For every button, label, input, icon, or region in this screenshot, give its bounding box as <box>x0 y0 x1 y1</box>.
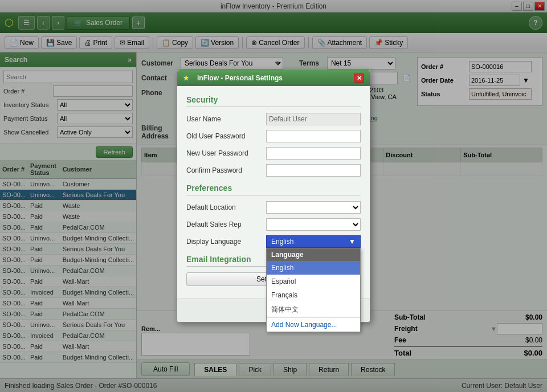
add-new-language-button[interactable]: Add New Language... <box>267 317 360 332</box>
language-dropdown-chevron-icon: ▼ <box>349 238 356 246</box>
language-dropdown-header: Language <box>267 248 360 261</box>
display-language-field: Display Language English ▼ Language Engl… <box>186 235 361 248</box>
confirm-password-label: Confirm Password <box>186 166 266 174</box>
dialog-title: inFlow - Personal Settings <box>197 74 283 82</box>
dialog-logo-icon: ★ <box>183 74 189 82</box>
preferences-section-title: Preferences <box>186 183 361 195</box>
new-password-field: New User Password <box>186 147 361 160</box>
dialog-titlebar: ★ inFlow - Personal Settings ✕ <box>177 70 370 86</box>
confirm-password-input[interactable] <box>266 164 361 177</box>
language-option-chinese[interactable]: 简体中文 <box>267 302 360 317</box>
language-selected-value: English <box>271 238 293 246</box>
default-sales-rep-field: Default Sales Rep <box>186 218 361 231</box>
personal-settings-dialog: ★ inFlow - Personal Settings ✕ Security … <box>177 70 370 322</box>
modal-overlay: ★ inFlow - Personal Settings ✕ Security … <box>0 0 547 392</box>
display-language-label: Display Language <box>186 238 266 246</box>
security-section-title: Security <box>186 95 361 107</box>
language-option-english[interactable]: English <box>267 261 360 275</box>
username-input[interactable] <box>266 113 361 125</box>
old-password-label: Old User Password <box>186 132 266 140</box>
default-sales-rep-label: Default Sales Rep <box>186 220 266 228</box>
default-location-label: Default Location <box>186 203 266 211</box>
language-select-container: English ▼ Language English Español Franç… <box>266 235 361 248</box>
old-password-input[interactable] <box>266 130 361 142</box>
username-label: User Name <box>186 115 266 123</box>
username-field: User Name <box>186 113 361 125</box>
new-password-input[interactable] <box>266 147 361 160</box>
language-dropdown: Language English Español Français 简体中文 A… <box>266 248 361 332</box>
new-password-label: New User Password <box>186 149 266 157</box>
old-password-field: Old User Password <box>186 130 361 142</box>
confirm-password-field: Confirm Password <box>186 164 361 177</box>
default-sales-rep-select[interactable] <box>266 218 361 231</box>
dialog-title-content: ★ inFlow - Personal Settings <box>183 74 283 82</box>
language-select-display[interactable]: English ▼ <box>266 235 361 248</box>
language-option-francais[interactable]: Français <box>267 288 360 302</box>
language-option-espanol[interactable]: Español <box>267 275 360 288</box>
dialog-body: Security User Name Old User Password New… <box>177 86 370 299</box>
default-location-select[interactable] <box>266 201 361 214</box>
dialog-close-button[interactable]: ✕ <box>354 74 364 83</box>
display-language-wrapper: English ▼ Language English Español Franç… <box>266 235 361 248</box>
default-location-field: Default Location <box>186 201 361 214</box>
